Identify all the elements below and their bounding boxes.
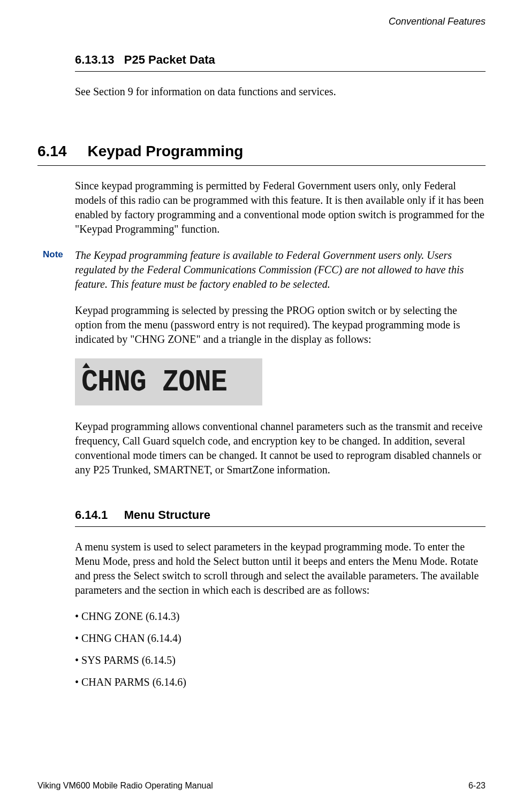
- heading-6-14-1: 6.14.1 Menu Structure: [75, 508, 486, 522]
- divider: [37, 165, 486, 166]
- divider: [75, 526, 486, 527]
- bullet-list: CHNG ZONE (6.14.3) CHNG CHAN (6.14.4) SY…: [75, 609, 486, 690]
- list-item: CHAN PARMS (6.14.6): [75, 675, 486, 690]
- lcd-display: CHNG ZONE: [75, 358, 262, 405]
- section-title: Menu Structure: [124, 508, 210, 522]
- paragraph: Since keypad programming is permitted by…: [75, 179, 486, 236]
- paragraph: A menu system is used to select paramete…: [75, 540, 486, 597]
- paragraph: Keypad programming allows conventional c…: [75, 419, 486, 477]
- note-block: Note The Keypad programming feature is a…: [43, 248, 486, 292]
- list-item: CHNG ZONE (6.14.3): [75, 609, 486, 624]
- page-footer: Viking VM600 Mobile Radio Operating Manu…: [37, 781, 486, 791]
- paragraph: See Section 9 for information on data fu…: [75, 85, 486, 99]
- lcd-text: CHNG ZONE: [81, 367, 256, 398]
- footer-left: Viking VM600 Mobile Radio Operating Manu…: [37, 781, 213, 791]
- section-number: 6.14: [37, 143, 67, 159]
- heading-6-14: 6.14 Keypad Programming: [37, 143, 486, 160]
- paragraph: Keypad programming is selected by pressi…: [75, 303, 486, 347]
- list-item: SYS PARMS (6.14.5): [75, 653, 486, 668]
- section-number: 6.14.1: [75, 508, 108, 522]
- footer-right: 6-23: [468, 781, 486, 791]
- running-header: Conventional Features: [37, 16, 486, 27]
- note-label: Note: [43, 248, 75, 292]
- note-text: The Keypad programming feature is availa…: [75, 248, 486, 292]
- list-item: CHNG CHAN (6.14.4): [75, 631, 486, 646]
- section-number: 6.13.13: [75, 53, 114, 66]
- section-title: Keypad Programming: [87, 143, 243, 159]
- divider: [75, 71, 486, 72]
- heading-6-13-13: 6.13.13 P25 Packet Data: [75, 53, 486, 67]
- section-title: P25 Packet Data: [124, 53, 215, 66]
